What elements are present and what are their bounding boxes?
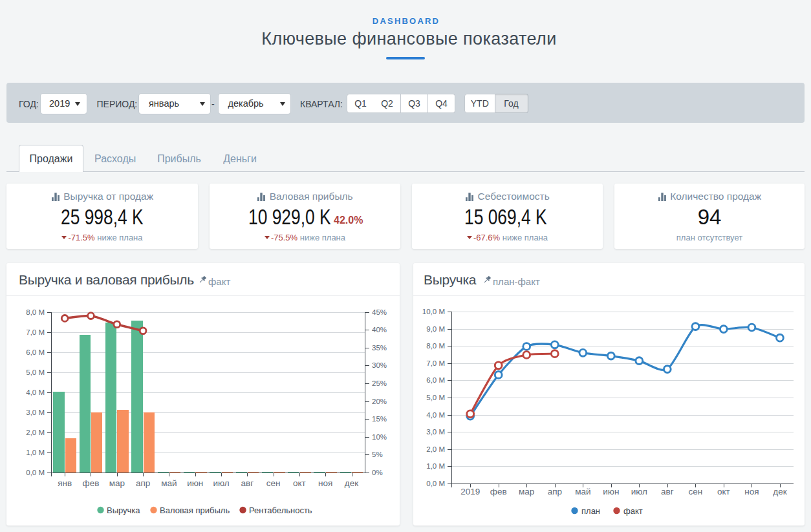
svg-text:2,0 M: 2,0 M bbox=[426, 445, 445, 453]
svg-text:3,0 M: 3,0 M bbox=[26, 409, 45, 416]
svg-text:дек: дек bbox=[773, 487, 786, 496]
svg-text:мар: мар bbox=[519, 487, 534, 496]
svg-text:мар: мар bbox=[109, 478, 125, 488]
svg-text:янв: янв bbox=[58, 478, 72, 488]
svg-text:5%: 5% bbox=[372, 451, 383, 458]
svg-text:25%: 25% bbox=[372, 379, 387, 387]
svg-text:5,0 M: 5,0 M bbox=[26, 368, 45, 376]
svg-text:авг: авг bbox=[661, 487, 674, 496]
svg-text:июн: июн bbox=[187, 478, 203, 488]
svg-text:40%: 40% bbox=[372, 326, 387, 334]
svg-text:июл: июл bbox=[631, 487, 647, 496]
svg-text:20%: 20% bbox=[372, 398, 387, 405]
svg-text:июн: июн bbox=[603, 487, 619, 496]
svg-text:8,0 M: 8,0 M bbox=[426, 342, 445, 350]
svg-text:15%: 15% bbox=[372, 415, 387, 423]
svg-text:апр: апр bbox=[548, 487, 562, 496]
svg-text:фев: фев bbox=[83, 478, 100, 488]
svg-text:ноя: ноя bbox=[744, 487, 759, 496]
svg-text:окт: окт bbox=[717, 487, 730, 496]
svg-text:план: план bbox=[581, 506, 600, 516]
svg-text:факт: факт bbox=[623, 506, 643, 516]
svg-text:3,0 M: 3,0 M bbox=[426, 428, 445, 436]
svg-text:2019: 2019 bbox=[460, 487, 480, 496]
svg-text:май: май bbox=[575, 487, 590, 496]
svg-text:5,0 M: 5,0 M bbox=[426, 394, 445, 401]
svg-text:10%: 10% bbox=[372, 433, 387, 441]
svg-text:дек: дек bbox=[345, 478, 358, 488]
svg-text:сен: сен bbox=[689, 487, 703, 496]
svg-text:10,0 M: 10,0 M bbox=[422, 308, 445, 315]
svg-text:авг: авг bbox=[241, 478, 254, 488]
svg-text:45%: 45% bbox=[372, 308, 387, 316]
svg-text:8,0 M: 8,0 M bbox=[26, 308, 45, 316]
svg-text:Рентабельность: Рентабельность bbox=[249, 505, 312, 515]
svg-text:0%: 0% bbox=[372, 469, 383, 476]
svg-text:7,0 M: 7,0 M bbox=[426, 359, 445, 367]
svg-text:4,0 M: 4,0 M bbox=[26, 388, 45, 396]
svg-text:окт: окт bbox=[293, 478, 306, 488]
svg-text:ноя: ноя bbox=[318, 478, 332, 488]
svg-text:фев: фев bbox=[490, 487, 507, 496]
svg-text:6,0 M: 6,0 M bbox=[426, 376, 445, 384]
svg-text:35%: 35% bbox=[372, 344, 387, 352]
svg-text:2,0 M: 2,0 M bbox=[26, 429, 45, 436]
svg-text:июл: июл bbox=[213, 478, 229, 488]
svg-text:7,0 M: 7,0 M bbox=[26, 328, 45, 336]
svg-text:Валовая прибыль: Валовая прибыль bbox=[160, 505, 230, 515]
svg-text:6,0 M: 6,0 M bbox=[26, 348, 45, 356]
svg-text:4,0 M: 4,0 M bbox=[426, 411, 445, 419]
svg-text:сен: сен bbox=[266, 478, 281, 488]
svg-text:1,0 M: 1,0 M bbox=[26, 449, 45, 456]
svg-text:1,0 M: 1,0 M bbox=[426, 462, 445, 470]
svg-text:0,0 M: 0,0 M bbox=[26, 469, 45, 476]
svg-text:апр: апр bbox=[136, 478, 150, 488]
svg-text:9,0 M: 9,0 M bbox=[426, 325, 445, 333]
svg-text:30%: 30% bbox=[372, 361, 387, 369]
svg-text:Выручка: Выручка bbox=[107, 505, 140, 515]
svg-text:0,0 M: 0,0 M bbox=[426, 480, 445, 487]
svg-text:май: май bbox=[161, 478, 177, 488]
